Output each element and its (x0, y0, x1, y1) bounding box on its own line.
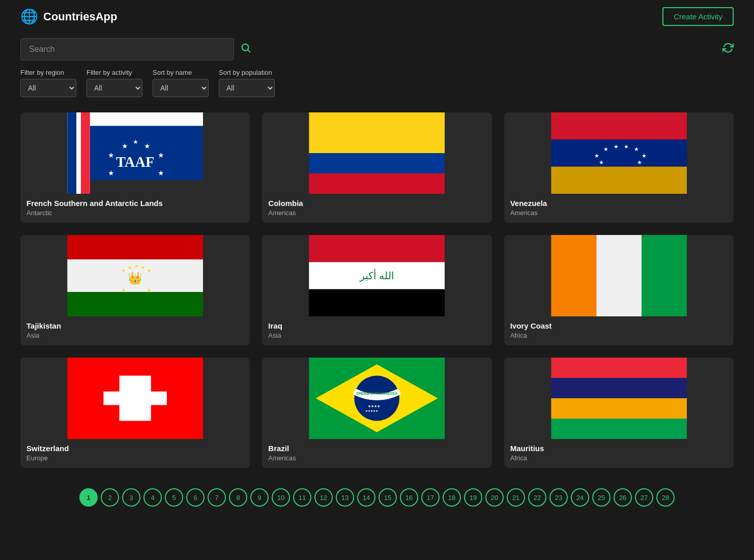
controls-area: Filter by region All Africa Americas Asi… (0, 33, 754, 107)
svg-text:★: ★ (134, 263, 138, 269)
country-region-switzerland: Europe (26, 454, 244, 462)
svg-rect-60 (551, 419, 687, 439)
country-name-mauritius: Mauritius (510, 444, 728, 453)
svg-rect-50 (103, 392, 166, 405)
country-card-mauritius[interactable]: Mauritius Africa (504, 358, 734, 468)
page-button-28[interactable]: 28 (656, 488, 675, 507)
svg-text:★: ★ (133, 138, 138, 145)
country-region-iraq: Asia (268, 332, 485, 339)
page-button-3[interactable]: 3 (122, 488, 140, 507)
header: 🌐 CountriesApp Create Activity (0, 0, 754, 33)
page-button-2[interactable]: 2 (101, 488, 119, 507)
svg-text:★: ★ (122, 287, 126, 292)
logo-area: 🌐 CountriesApp (20, 8, 117, 25)
country-info-tajikistan: Tajikistan Asia (20, 316, 250, 345)
svg-rect-58 (551, 378, 687, 398)
svg-text:★: ★ (634, 146, 639, 152)
svg-text:★: ★ (603, 146, 608, 152)
filter-region-select[interactable]: All Africa Americas Asia Europe Oceania … (20, 79, 76, 97)
country-name-ivory-coast: Ivory Coast (510, 321, 728, 330)
svg-rect-17 (309, 153, 445, 173)
country-region-tajikistan: Asia (26, 332, 244, 339)
page-button-20[interactable]: 20 (485, 488, 504, 507)
page-button-24[interactable]: 24 (571, 488, 589, 507)
page-button-5[interactable]: 5 (165, 488, 183, 507)
country-info-colombia: Colombia Americas (262, 194, 491, 223)
page-button-18[interactable]: 18 (443, 488, 461, 507)
create-activity-button[interactable]: Create Activity (662, 7, 734, 26)
search-button[interactable] (240, 42, 251, 56)
page-button-15[interactable]: 15 (379, 488, 397, 507)
page-button-27[interactable]: 27 (635, 488, 653, 507)
pagination: 1234567891011121314151617181920212223242… (0, 483, 754, 522)
svg-text:★: ★ (144, 142, 151, 150)
svg-text:ORDEM E PROGRESSO: ORDEM E PROGRESSO (357, 392, 398, 396)
country-info-venezuela: Venezuela Americas (504, 194, 734, 223)
country-region-mauritius: Africa (510, 454, 728, 462)
filter-sort-name-label: Sort by name (153, 69, 209, 76)
country-info-mauritius: Mauritius Africa (504, 439, 734, 468)
globe-icon: 🌐 (20, 8, 38, 25)
page-button-21[interactable]: 21 (507, 488, 525, 507)
page-button-17[interactable]: 17 (421, 488, 440, 507)
svg-text:★: ★ (637, 159, 642, 165)
svg-text:★: ★ (642, 153, 647, 159)
page-button-23[interactable]: 23 (549, 488, 568, 507)
page-button-13[interactable]: 13 (336, 488, 354, 507)
svg-text:★: ★ (122, 142, 128, 150)
page-button-10[interactable]: 10 (272, 488, 290, 507)
page-button-12[interactable]: 12 (314, 488, 333, 507)
svg-text:★: ★ (122, 268, 126, 273)
page-button-7[interactable]: 7 (208, 488, 226, 507)
country-card-french-southern[interactable]: TAAF ★ ★ ★ ★ ★ ★ ★ French Southern and A… (20, 112, 250, 223)
svg-rect-59 (551, 398, 687, 419)
filter-sort-name-group: Sort by name All A-Z Z-A (153, 69, 209, 97)
page-button-25[interactable]: 25 (592, 488, 611, 507)
country-region-venezuela: Americas (510, 209, 728, 217)
svg-text:👑: 👑 (128, 271, 142, 285)
country-card-venezuela[interactable]: ★ ★ ★ ★ ★ ★ ★ ★ Venezuela Americas (504, 112, 734, 223)
page-button-9[interactable]: 9 (250, 488, 269, 507)
page-button-4[interactable]: 4 (143, 488, 162, 507)
flag-venezuela: ★ ★ ★ ★ ★ ★ ★ ★ (504, 112, 734, 194)
refresh-button[interactable] (722, 42, 734, 56)
flag-brazil: ORDEM E PROGRESSO ★★★★ ★★★★★ (262, 358, 491, 439)
filter-sort-name-select[interactable]: All A-Z Z-A (153, 79, 209, 97)
svg-text:★★★★: ★★★★ (368, 404, 380, 408)
search-input[interactable] (20, 38, 234, 61)
country-name-colombia: Colombia (268, 199, 485, 208)
country-card-switzerland[interactable]: Switzerland Europe (20, 358, 250, 468)
filter-sort-pop-select[interactable]: All Ascending Descending (219, 79, 275, 97)
country-name-iraq: Iraq (268, 321, 485, 330)
country-region-colombia: Americas (268, 209, 485, 217)
page-button-1[interactable]: 1 (79, 488, 98, 507)
country-card-ivory-coast[interactable]: Ivory Coast Africa (504, 235, 734, 345)
page-button-22[interactable]: 22 (528, 488, 546, 507)
page-button-6[interactable]: 6 (186, 488, 205, 507)
filter-activity-select[interactable]: All (86, 79, 142, 97)
svg-rect-20 (551, 139, 687, 166)
filter-region-group: Filter by region All Africa Americas Asi… (20, 69, 76, 97)
svg-rect-41 (309, 235, 445, 262)
country-info-brazil: Brazil Americas (262, 439, 491, 468)
svg-text:★: ★ (598, 159, 603, 165)
flag-ivory-coast (504, 235, 734, 316)
svg-text:★: ★ (147, 268, 151, 273)
page-button-19[interactable]: 19 (464, 488, 482, 507)
country-info-switzerland: Switzerland Europe (20, 439, 250, 468)
filter-activity-label: Filter by activity (86, 69, 142, 76)
country-card-tajikistan[interactable]: 👑 ★ ★ ★ ★ ★ ★ ★ Tajikistan Asia (20, 235, 250, 345)
page-button-8[interactable]: 8 (229, 488, 247, 507)
country-name-french-southern: French Southern and Antarctic Lands (26, 199, 244, 208)
country-card-colombia[interactable]: Colombia Americas (262, 112, 491, 223)
filter-sort-pop-label: Sort by population (219, 69, 275, 76)
page-button-14[interactable]: 14 (357, 488, 375, 507)
page-button-16[interactable]: 16 (400, 488, 418, 507)
page-button-11[interactable]: 11 (293, 488, 311, 507)
country-info-french-southern: French Southern and Antarctic Lands Anta… (20, 194, 250, 223)
country-card-brazil[interactable]: ORDEM E PROGRESSO ★★★★ ★★★★★ Brazil Amer… (262, 358, 491, 468)
country-region-french-southern: Antarctic (26, 209, 244, 217)
country-card-iraq[interactable]: الله أكبر Iraq Asia (262, 235, 491, 345)
svg-rect-30 (67, 235, 203, 259)
page-button-26[interactable]: 26 (614, 488, 632, 507)
